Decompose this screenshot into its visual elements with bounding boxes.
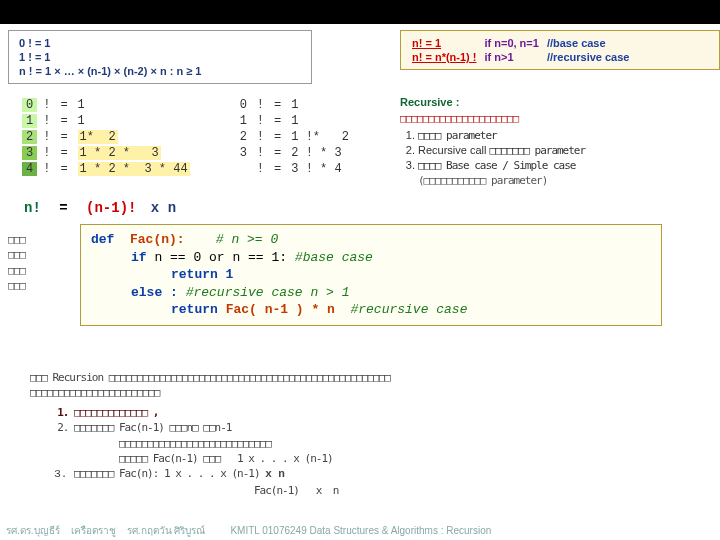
rule-l1a: n! = 1 [409, 37, 479, 49]
rule-l1c: //base case [544, 37, 633, 49]
rec-sub: □□□□□□□□□□□□□□□□□□□□□ [400, 112, 710, 125]
intro-r2: n ! = 1 × … × (n-1) × (n-2) × n : n ≥ 1 [17, 65, 203, 77]
rule-l2a: n! = n*(n-1) ! [409, 51, 479, 63]
intro-r1: 1 ! = 1 [17, 51, 203, 63]
lower-i2: □□□□□□□ Fac(n-1) □□□n□ □□n-1 □□□□□□□□□□□… [74, 420, 710, 466]
rule-l2b: if n>1 [481, 51, 541, 63]
lower-notes: □□□ Recursion □□□□□□□□□□□□□□□□□□□□□□□□□□… [30, 370, 710, 499]
rec-i2: Recursive call □□□□□□□ parameter [418, 144, 710, 157]
thai-left: □□□ □□□ □□□ □□□ [8, 232, 25, 294]
code-box: def Fac(n): # n >= 0 if n == 0 or n == 1… [80, 224, 662, 326]
rule-l2c: //recursive case [544, 51, 633, 63]
rec-tail: (□□□□□□□□□□□ parameter) [418, 174, 710, 187]
rec-title: Recursive : [400, 96, 710, 108]
footer: รศ.ดร.บุญธีร์ เครือตราชู รศ.กฤตวัน ศิริบ… [0, 523, 720, 538]
factorial-intro: 0 ! = 1 1 ! = 1 n ! = 1 × … × (n-1) × (n… [8, 30, 312, 84]
rule-box: n! = 1 if n=0, n=1 //base case n! = n*(n… [400, 30, 720, 70]
lower-i1: □□□□□□□□□□□□□ , [74, 405, 710, 420]
intro-r0: 0 ! = 1 [17, 37, 203, 49]
rule-l1b: if n=0, n=1 [481, 37, 541, 49]
expansion-table: 0!=1 0!=1 1!=1 1!=1 2!=1* 2 2!=1 !* 2 3!… [20, 96, 355, 178]
nfact-line: n! = (n-1)! x n [24, 200, 176, 216]
top-bar [0, 0, 720, 24]
rec-i1: □□□□ parameter [418, 129, 710, 142]
recursive-list: Recursive : □□□□□□□□□□□□□□□□□□□□□ □□□□ p… [400, 96, 710, 187]
rec-i3: □□□□ Base case / Simple case [418, 159, 710, 172]
lower-i3: □□□□□□□ Fac(n): 1 x . . . x (n-1) x n Fa… [74, 466, 710, 499]
